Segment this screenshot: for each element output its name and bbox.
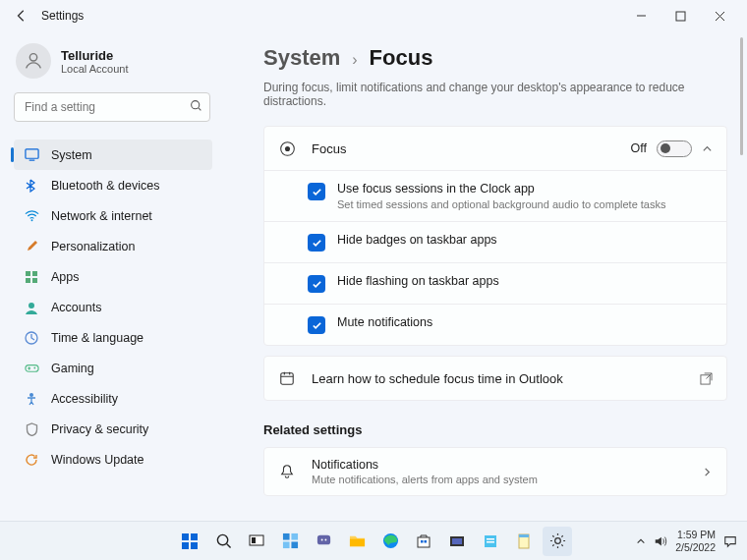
edge-icon[interactable] (375, 527, 405, 556)
sidebar-item-apps[interactable]: Apps (14, 261, 212, 292)
focus-toggle[interactable] (657, 140, 692, 157)
account-type: Local Account (61, 63, 129, 75)
sidebar-item-windows-update[interactable]: Windows Update (14, 444, 212, 475)
task-view-icon[interactable] (242, 527, 271, 556)
svg-rect-26 (291, 533, 298, 540)
widgets-icon[interactable] (275, 527, 305, 556)
sidebar-item-network-internet[interactable]: Network & internet (14, 200, 212, 231)
back-button[interactable] (8, 2, 35, 29)
notifications-card[interactable]: Notifications Mute notifications, alerts… (263, 447, 727, 496)
apps-icon (24, 269, 39, 285)
svg-rect-28 (291, 541, 298, 548)
account-block[interactable]: Telluride Local Account (14, 37, 212, 92)
notifications-title: Notifications (312, 458, 538, 472)
sidebar-item-label: Accessibility (51, 392, 118, 406)
sidebar-item-privacy-security[interactable]: Privacy & security (14, 414, 212, 444)
option-label: Mute notifications (337, 315, 432, 329)
store-icon[interactable] (409, 527, 438, 556)
sidebar-item-gaming[interactable]: Gaming (14, 353, 212, 383)
checkbox[interactable] (308, 183, 325, 200)
taskbar-search-icon[interactable] (208, 527, 238, 556)
notification-center-icon[interactable] (723, 534, 737, 548)
sidebar-item-accounts[interactable]: Accounts (14, 292, 212, 322)
search-input[interactable] (14, 92, 210, 122)
svg-point-1 (29, 54, 36, 61)
minimize-button[interactable] (621, 2, 661, 29)
svg-rect-6 (32, 271, 37, 276)
clock[interactable]: 1:59 PM 2/5/2022 (675, 529, 716, 552)
page-subtitle: During focus, limit notifications and ch… (263, 81, 727, 108)
sidebar-item-system[interactable]: System (14, 140, 212, 170)
sidebar-item-label: Accounts (51, 301, 101, 314)
start-button[interactable] (175, 527, 204, 556)
sidebar: Telluride Local Account SystemBluetooth … (0, 31, 226, 521)
focus-card-title: Focus (312, 141, 346, 156)
sidebar-item-label: Privacy & security (51, 422, 148, 436)
checkbox[interactable] (308, 316, 325, 334)
svg-point-2 (192, 101, 200, 109)
svg-rect-21 (191, 542, 198, 549)
option-label: Use focus sessions in the Clock app (337, 182, 665, 196)
sidebar-item-time-language[interactable]: Time & language (14, 322, 212, 353)
sidebar-item-label: Bluetooth & devices (51, 179, 160, 193)
window-title: Settings (41, 9, 84, 23)
focus-option-row: Use focus sessions in the Clock appSet t… (264, 170, 726, 221)
sidebar-item-personalization[interactable]: Personalization (14, 231, 212, 261)
priv-icon (24, 421, 39, 437)
svg-rect-29 (316, 535, 329, 544)
close-button[interactable] (700, 2, 739, 29)
volume-icon[interactable] (654, 534, 667, 548)
sidebar-item-label: Network & internet (51, 209, 152, 223)
notepad-icon[interactable] (509, 527, 539, 556)
svg-point-13 (29, 393, 33, 397)
update-icon (24, 452, 39, 468)
clock-time: 1:59 PM (677, 529, 716, 540)
search-icon (190, 99, 202, 112)
svg-point-31 (324, 539, 326, 541)
sidebar-item-label: Gaming (51, 362, 94, 375)
sidebar-item-label: Time & language (51, 331, 144, 345)
bt-icon (24, 178, 39, 194)
svg-rect-36 (425, 540, 428, 543)
svg-rect-32 (349, 539, 364, 547)
taskbar-app-2-icon[interactable] (476, 527, 505, 556)
tray-chevron-icon[interactable] (636, 536, 646, 546)
game-icon (24, 361, 39, 376)
scrollbar-thumb[interactable] (740, 37, 743, 155)
svg-rect-43 (519, 534, 529, 537)
focus-card-header[interactable]: Focus Off (264, 127, 726, 170)
svg-rect-25 (282, 533, 289, 540)
option-sublabel: Set timed sessions and optional backgrou… (337, 198, 665, 210)
outlook-link-card[interactable]: Learn how to schedule focus time in Outl… (263, 356, 727, 401)
svg-point-9 (29, 303, 34, 308)
checkbox[interactable] (308, 234, 325, 252)
breadcrumb-parent[interactable]: System (263, 45, 340, 71)
notifications-sub: Mute notifications, alerts from apps and… (312, 474, 538, 485)
sidebar-item-bluetooth-devices[interactable]: Bluetooth & devices (14, 170, 212, 200)
calendar-icon (278, 369, 296, 387)
time-icon (24, 330, 39, 346)
explorer-icon[interactable] (342, 527, 372, 556)
focus-option-row: Hide flashing on taskbar apps (264, 262, 726, 304)
svg-rect-41 (487, 541, 494, 543)
open-external-icon (700, 372, 713, 385)
settings-app-icon[interactable] (543, 527, 572, 556)
related-settings-heading: Related settings (263, 422, 727, 437)
checkbox[interactable] (308, 275, 325, 293)
chevron-right-icon (702, 467, 713, 477)
svg-rect-27 (282, 541, 289, 548)
svg-point-15 (284, 145, 289, 150)
taskbar-app-1-icon[interactable] (442, 527, 472, 556)
svg-rect-35 (421, 540, 424, 543)
svg-rect-3 (25, 149, 37, 158)
sidebar-item-label: System (51, 148, 92, 162)
focus-option-row: Mute notifications (264, 304, 726, 345)
svg-rect-19 (191, 533, 198, 540)
chat-icon[interactable] (309, 527, 338, 556)
maximize-button[interactable] (661, 2, 700, 29)
svg-point-44 (554, 538, 560, 544)
page-title: Focus (370, 45, 433, 71)
option-label: Hide badges on taskbar apps (337, 233, 497, 247)
sidebar-item-accessibility[interactable]: Accessibility (14, 383, 212, 414)
svg-point-30 (320, 539, 322, 541)
